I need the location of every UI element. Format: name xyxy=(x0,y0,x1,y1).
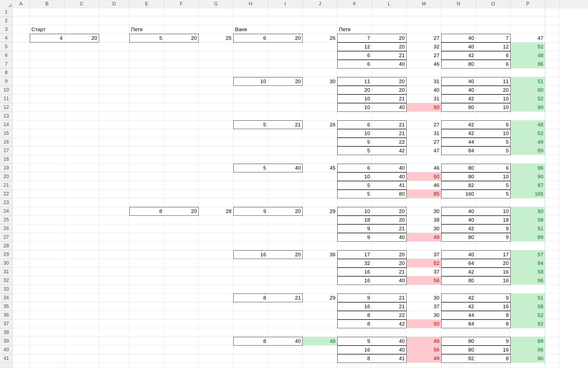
cell-K8[interactable] xyxy=(337,68,372,77)
row-header-7[interactable]: 7 xyxy=(0,60,12,68)
cell-F7[interactable] xyxy=(164,60,199,68)
cell-C26[interactable] xyxy=(64,224,99,233)
row-headers[interactable]: 1234567891011121314151617181920212223242… xyxy=(0,8,13,368)
cell-P29[interactable]: 57 xyxy=(511,250,545,259)
cell-G10[interactable] xyxy=(199,86,233,94)
cell-E6[interactable] xyxy=(129,51,164,60)
cell-H28[interactable] xyxy=(233,242,268,250)
cell-M29[interactable]: 37 xyxy=(407,250,441,259)
cell-J25[interactable] xyxy=(303,216,337,224)
cell-O13[interactable] xyxy=(476,112,511,120)
cell-L4[interactable]: 20 xyxy=(372,34,407,42)
row-header-27[interactable]: 27 xyxy=(0,233,12,242)
cell-C42[interactable] xyxy=(64,363,99,368)
cell-P14[interactable]: 48 xyxy=(511,120,545,129)
cell-E36[interactable] xyxy=(129,311,164,320)
cell-G29[interactable] xyxy=(199,250,233,259)
cell-J4[interactable]: 26 xyxy=(303,34,337,42)
cell-G34[interactable] xyxy=(199,294,233,302)
cell-L24[interactable]: 20 xyxy=(372,207,407,216)
cell-I22[interactable] xyxy=(268,190,303,198)
select-all-corner[interactable] xyxy=(0,0,13,8)
cell-B21[interactable] xyxy=(30,181,64,190)
cell-L18[interactable] xyxy=(372,155,407,164)
cell-K42[interactable] xyxy=(337,363,372,368)
cell-E8[interactable] xyxy=(129,68,164,77)
cell-P42[interactable] xyxy=(511,363,545,368)
cell-O28[interactable] xyxy=(476,242,511,250)
cell-H40[interactable] xyxy=(233,346,268,354)
cell-D38[interactable] xyxy=(99,328,129,337)
cell-I7[interactable] xyxy=(268,60,303,68)
cell-A7[interactable] xyxy=(12,60,30,68)
cell-J37[interactable] xyxy=(303,320,337,328)
cell-I9[interactable]: 20 xyxy=(268,77,303,86)
cell-extra9[interactable] xyxy=(545,77,559,86)
cell-L21[interactable]: 41 xyxy=(372,181,407,190)
cell-H24[interactable]: 9 xyxy=(233,207,268,216)
cell-M1[interactable] xyxy=(407,8,441,17)
cell-H9[interactable]: 10 xyxy=(233,77,268,86)
cell-K18[interactable] xyxy=(337,155,372,164)
cell-L23[interactable] xyxy=(372,198,407,207)
row-header-2[interactable]: 2 xyxy=(0,17,12,25)
cell-K7[interactable]: 6 xyxy=(337,60,372,68)
cell-F35[interactable] xyxy=(164,302,199,311)
cell-P7[interactable]: 86 xyxy=(511,60,545,68)
cell-O41[interactable]: 8 xyxy=(476,354,511,363)
cell-M13[interactable] xyxy=(407,112,441,120)
cell-A25[interactable] xyxy=(12,216,30,224)
cell-D1[interactable] xyxy=(99,8,129,17)
cell-P21[interactable]: 87 xyxy=(511,181,545,190)
row-header-4[interactable]: 4 xyxy=(0,34,12,42)
cell-O40[interactable]: 16 xyxy=(476,346,511,354)
cell-B37[interactable] xyxy=(30,320,64,328)
cell-N12[interactable]: 80 xyxy=(441,103,476,112)
cell-N6[interactable]: 42 xyxy=(441,51,476,60)
cell-K10[interactable]: 20 xyxy=(337,86,372,94)
cell-C32[interactable] xyxy=(64,276,99,285)
cell-P12[interactable]: 90 xyxy=(511,103,545,112)
cell-B4[interactable]: 4 xyxy=(30,34,64,42)
cell-E14[interactable] xyxy=(129,120,164,129)
cell-L22[interactable]: 80 xyxy=(372,190,407,198)
cell-M34[interactable]: 30 xyxy=(407,294,441,302)
row-header-3[interactable]: 3 xyxy=(0,25,12,34)
cell-M3[interactable] xyxy=(407,25,441,34)
cell-P11[interactable]: 52 xyxy=(511,94,545,103)
cell-O35[interactable]: 16 xyxy=(476,302,511,311)
cell-K15[interactable]: 10 xyxy=(337,129,372,138)
cell-H42[interactable] xyxy=(233,363,268,368)
cell-O36[interactable]: 8 xyxy=(476,311,511,320)
cell-A40[interactable] xyxy=(12,346,30,354)
cell-H18[interactable] xyxy=(233,155,268,164)
cell-D31[interactable] xyxy=(99,268,129,276)
cell-C36[interactable] xyxy=(64,311,99,320)
cell-N14[interactable]: 42 xyxy=(441,120,476,129)
cell-F11[interactable] xyxy=(164,94,199,103)
cell-G18[interactable] xyxy=(199,155,233,164)
cell-B25[interactable] xyxy=(30,216,64,224)
cell-P37[interactable]: 92 xyxy=(511,320,545,328)
cell-I5[interactable] xyxy=(268,42,303,51)
cell-extra19[interactable] xyxy=(545,164,559,172)
row-header-16[interactable]: 16 xyxy=(0,138,12,146)
cell-J23[interactable] xyxy=(303,198,337,207)
cell-O30[interactable]: 20 xyxy=(476,259,511,268)
cell-K32[interactable]: 16 xyxy=(337,276,372,285)
cell-C38[interactable] xyxy=(64,328,99,337)
cell-E13[interactable] xyxy=(129,112,164,120)
cell-L26[interactable]: 21 xyxy=(372,224,407,233)
cell-H37[interactable] xyxy=(233,320,268,328)
cell-extra33[interactable] xyxy=(545,285,559,294)
column-header-D[interactable]: D xyxy=(99,0,129,8)
cell-C22[interactable] xyxy=(64,190,99,198)
row-header-28[interactable]: 28 xyxy=(0,242,12,250)
cell-L39[interactable]: 40 xyxy=(372,337,407,346)
cell-J1[interactable] xyxy=(303,8,337,17)
cell-B2[interactable] xyxy=(30,17,64,25)
row-header-18[interactable]: 18 xyxy=(0,155,12,164)
cell-L27[interactable]: 40 xyxy=(372,233,407,242)
row-header-21[interactable]: 21 xyxy=(0,181,12,190)
cell-H23[interactable] xyxy=(233,198,268,207)
